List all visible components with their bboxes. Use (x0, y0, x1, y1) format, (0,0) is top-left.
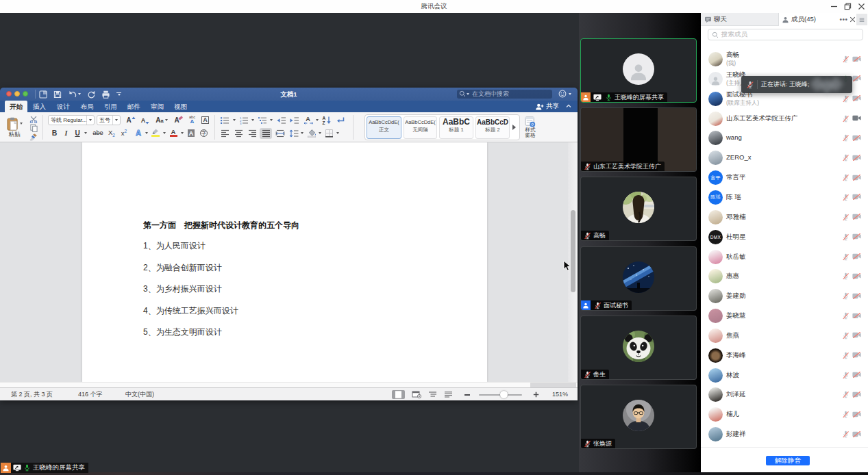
member-search-input[interactable]: 搜索成员 (708, 29, 863, 40)
member-row[interactable]: 林波 (701, 365, 868, 385)
member-mic-muted-icon[interactable] (842, 115, 850, 123)
member-camera-off-icon[interactable] (852, 175, 861, 181)
member-mic-muted-icon[interactable] (842, 391, 850, 398)
character-border-button[interactable]: A (199, 115, 211, 125)
collapse-ribbon-icon[interactable] (566, 104, 571, 108)
print-layout-view-button[interactable] (392, 390, 405, 399)
member-row[interactable]: 惠惠 (701, 266, 868, 286)
text-effects-caret[interactable] (143, 127, 149, 138)
member-mic-muted-icon[interactable] (842, 431, 850, 438)
style-normal[interactable]: AaBbCcDdE( 正文 (367, 116, 401, 139)
member-camera-off-icon[interactable] (852, 194, 861, 200)
member-camera-off-icon[interactable] (852, 273, 861, 279)
decrease-indent-button[interactable] (275, 115, 287, 125)
member-mic-muted-icon[interactable] (842, 372, 850, 379)
member-camera-off-icon[interactable] (852, 431, 861, 437)
panel-close-button[interactable] (848, 13, 856, 26)
video-tile-1[interactable]: 王晓峰的屏幕共享 (580, 38, 697, 103)
word-count[interactable]: 416 个字 (78, 388, 103, 400)
member-row[interactable]: 言平常言平 (701, 168, 868, 188)
word-share-button[interactable]: 共享 (535, 101, 559, 112)
underline-caret[interactable] (82, 127, 89, 138)
member-mic-muted-icon[interactable] (842, 272, 850, 280)
highlight-caret[interactable] (161, 127, 167, 138)
subscript-button[interactable]: X2 (106, 127, 117, 138)
align-left-button[interactable] (219, 128, 231, 138)
member-camera-off-icon[interactable] (852, 155, 861, 161)
copy-button[interactable] (28, 123, 39, 132)
member-camera-off-icon[interactable] (852, 135, 861, 141)
shading-caret[interactable] (317, 128, 323, 138)
member-camera-off-icon[interactable] (852, 253, 861, 259)
feedback-smiley-button[interactable] (558, 90, 571, 98)
asian-layout-button[interactable] (302, 115, 314, 125)
web-layout-view-button[interactable] (410, 390, 423, 399)
member-camera-off-icon[interactable] (852, 233, 861, 240)
video-tile-3[interactable]: 高畅 (580, 177, 697, 241)
grow-font-button[interactable]: A (125, 115, 137, 125)
enclose-characters-button[interactable]: 字 (198, 127, 210, 138)
member-camera-off-icon[interactable] (852, 352, 861, 358)
member-mic-muted-icon[interactable] (842, 312, 850, 320)
zoom-in-button[interactable] (533, 391, 539, 398)
member-camera-off-icon[interactable] (852, 332, 861, 338)
word-tab-7[interactable]: 审阅 (147, 101, 168, 112)
member-mic-muted-icon[interactable] (842, 292, 850, 300)
member-row[interactable]: 耿岳敏 (701, 247, 868, 267)
underline-button[interactable]: U (73, 127, 82, 138)
member-camera-off-icon[interactable] (852, 372, 861, 378)
member-camera-off-icon[interactable] (852, 95, 861, 101)
member-row[interactable]: 焦燕 (701, 326, 868, 346)
zoom-out-button[interactable] (464, 394, 470, 396)
highlight-button[interactable] (150, 127, 161, 138)
member-row[interactable]: 刘泽延 (701, 385, 868, 405)
member-camera-on-icon[interactable] (852, 115, 861, 121)
word-tab-2[interactable]: 插入 (29, 101, 50, 112)
member-camera-off-icon[interactable] (852, 75, 861, 81)
member-row[interactable]: 高畅(我) (701, 49, 868, 69)
word-scrollbar-thumb[interactable] (571, 210, 575, 292)
panel-handle-button[interactable] (856, 14, 867, 25)
zoom-percentage[interactable]: 151% (552, 388, 568, 400)
member-row[interactable]: 山东工艺美术学院王传广 (701, 109, 868, 129)
unmute-button[interactable]: 解除静音 (766, 456, 810, 465)
paste-button[interactable]: 粘贴 (3, 114, 25, 141)
numbering-button[interactable] (238, 115, 250, 125)
font-color-button[interactable]: A (168, 127, 179, 138)
window-maximize-button[interactable] (844, 0, 853, 13)
draft-view-button[interactable] (442, 390, 455, 399)
word-tab-8[interactable]: 视图 (171, 101, 191, 112)
outline-view-button[interactable] (426, 390, 439, 399)
member-mic-muted-icon[interactable] (842, 154, 850, 162)
increase-indent-button[interactable] (288, 115, 300, 125)
member-mic-muted-icon[interactable] (842, 134, 850, 142)
word-tab-5[interactable]: 引用 (101, 101, 121, 112)
member-mic-muted-icon[interactable] (842, 214, 850, 221)
member-camera-off-icon[interactable] (852, 411, 861, 418)
style-heading1[interactable]: AaBbC 标题 1 (439, 116, 473, 139)
member-camera-off-icon[interactable] (852, 391, 861, 398)
align-right-button[interactable] (247, 128, 258, 138)
zoom-slider-knob[interactable] (500, 391, 508, 398)
member-mic-muted-icon[interactable] (842, 233, 850, 241)
sort-button[interactable] (321, 115, 333, 125)
shrink-font-button[interactable]: A (139, 115, 151, 125)
member-mic-muted-icon[interactable] (842, 332, 850, 339)
page-indicator[interactable]: 第 2 页, 共 3 页 (11, 388, 53, 400)
member-mic-muted-icon[interactable] (842, 174, 850, 181)
member-mic-muted-icon[interactable] (842, 55, 850, 63)
change-case-button[interactable]: Aa (153, 115, 170, 125)
asian-layout-caret[interactable] (314, 115, 320, 125)
window-close-button[interactable] (858, 0, 867, 13)
align-center-button[interactable] (233, 128, 245, 138)
video-tile-4[interactable]: 面试秘书 (580, 246, 697, 311)
borders-button[interactable] (323, 128, 335, 138)
font-size-select[interactable]: 五号 (97, 115, 121, 125)
word-hscroll-thumb[interactable] (530, 383, 576, 387)
member-mic-muted-icon[interactable] (842, 352, 850, 359)
video-tile-2[interactable]: 山东工艺美术学院王传广 (580, 107, 697, 172)
member-row[interactable]: DMX杜明星 (701, 227, 868, 247)
member-camera-off-icon[interactable] (852, 56, 861, 62)
member-row[interactable]: wang (701, 128, 868, 148)
word-tab-3[interactable]: 设计 (53, 101, 74, 112)
